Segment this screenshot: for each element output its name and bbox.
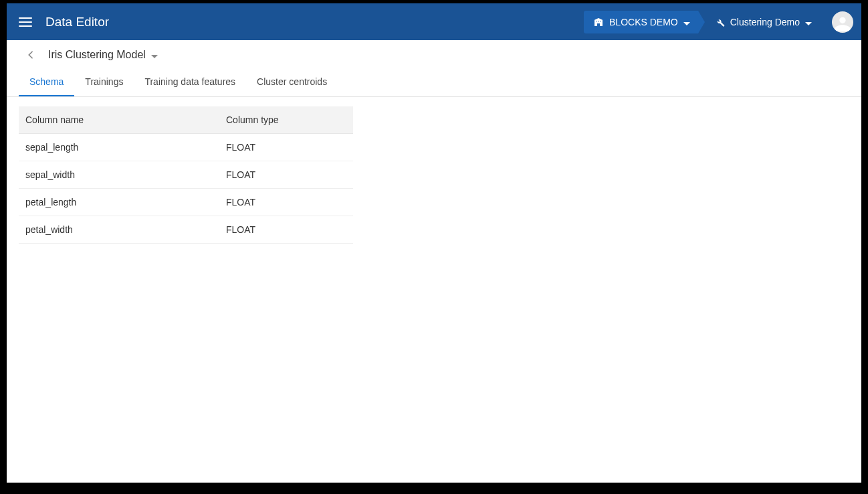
- table-row: petal_length FLOAT: [19, 189, 353, 216]
- cell-column-name: sepal_width: [19, 161, 219, 189]
- project-selector[interactable]: BLOCKS DEMO: [584, 11, 698, 33]
- page-title-dropdown[interactable]: [151, 49, 158, 61]
- table-header-row: Column name Column type: [19, 106, 353, 134]
- tab-cluster-centroids[interactable]: Cluster centroids: [246, 70, 338, 96]
- tab-trainings[interactable]: Trainings: [74, 70, 134, 96]
- table-row: sepal_width FLOAT: [19, 161, 353, 189]
- workspace-selector[interactable]: Clustering Demo: [705, 11, 820, 33]
- chevron-left-icon: [27, 50, 34, 60]
- caret-down-icon: [151, 55, 158, 58]
- column-header-name: Column name: [19, 106, 219, 134]
- table-row: sepal_length FLOAT: [19, 134, 353, 161]
- cell-column-name: sepal_length: [19, 134, 219, 161]
- wrench-icon: [714, 17, 725, 27]
- tabs: Schema Trainings Training data features …: [7, 70, 861, 97]
- caret-down-icon: [683, 17, 690, 27]
- app-frame: Data Editor BLOCKS DEMO Clustering Demo …: [7, 3, 861, 483]
- building-icon: [593, 17, 604, 27]
- workspace-label: Clustering Demo: [730, 17, 800, 27]
- cell-column-type: FLOAT: [219, 161, 353, 189]
- content-area: Column name Column type sepal_length FLO…: [7, 97, 861, 253]
- topbar: Data Editor BLOCKS DEMO Clustering Demo: [7, 3, 861, 40]
- person-icon: [833, 14, 852, 33]
- column-header-type: Column type: [219, 106, 353, 134]
- user-avatar[interactable]: [832, 11, 853, 33]
- cell-column-type: FLOAT: [219, 189, 353, 216]
- table-row: petal_width FLOAT: [19, 216, 353, 244]
- hamburger-menu-icon[interactable]: [19, 14, 35, 30]
- project-label: BLOCKS DEMO: [609, 17, 678, 27]
- app-title: Data Editor: [45, 15, 109, 29]
- breadcrumb: BLOCKS DEMO Clustering Demo: [584, 11, 820, 33]
- caret-down-icon: [805, 17, 812, 27]
- cell-column-type: FLOAT: [219, 216, 353, 244]
- page-title: Iris Clustering Model: [48, 49, 146, 61]
- schema-table: Column name Column type sepal_length FLO…: [19, 106, 353, 244]
- back-button[interactable]: [23, 47, 39, 63]
- cell-column-name: petal_length: [19, 189, 219, 216]
- cell-column-name: petal_width: [19, 216, 219, 244]
- subheader: Iris Clustering Model: [7, 40, 861, 70]
- tab-schema[interactable]: Schema: [19, 70, 74, 96]
- tab-training-data-features[interactable]: Training data features: [134, 70, 246, 96]
- cell-column-type: FLOAT: [219, 134, 353, 161]
